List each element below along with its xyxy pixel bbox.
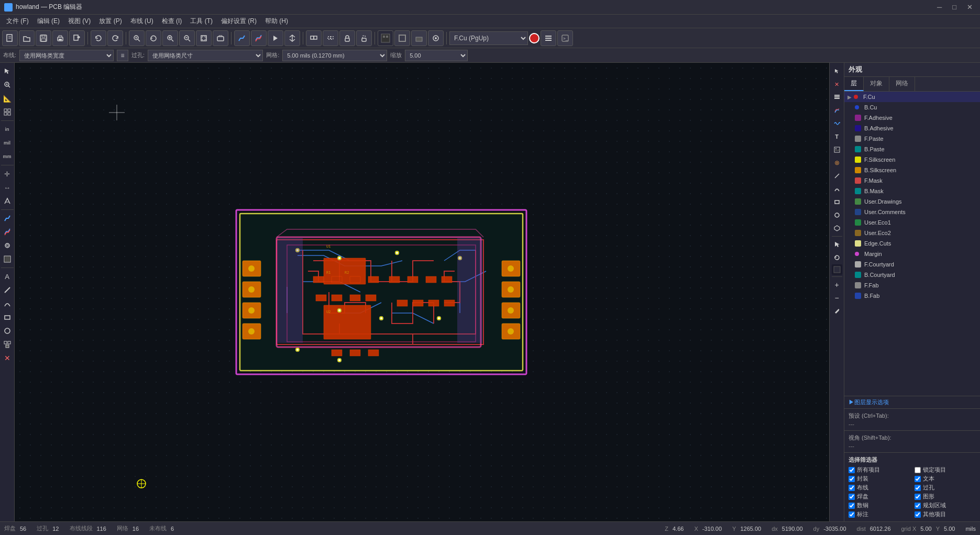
- rt-wave-btn[interactable]: [831, 117, 843, 130]
- open-button[interactable]: [19, 30, 35, 46]
- drc4-button[interactable]: [428, 30, 444, 46]
- tab-objects[interactable]: 对象: [864, 77, 889, 91]
- unlock-button[interactable]: [356, 30, 372, 46]
- lt-in-btn[interactable]: in: [1, 123, 14, 136]
- drc1-button[interactable]: [378, 30, 393, 46]
- layer-item-f-mask[interactable]: F.Mask: [844, 175, 980, 186]
- canvas-area[interactable]: U1 R1 R2 U2: [15, 63, 829, 521]
- layer-settings-link[interactable]: ▶图层显示选项: [849, 399, 889, 405]
- layer-settings-btn[interactable]: [541, 30, 556, 46]
- minimize-button[interactable]: ─: [934, 2, 945, 12]
- layer-item-b-silkscreen[interactable]: B.Silkscreen: [844, 165, 980, 175]
- drc2-button[interactable]: [394, 30, 410, 46]
- redo-button[interactable]: [107, 30, 123, 46]
- lt-select-btn[interactable]: [1, 65, 14, 77]
- grid-select[interactable]: 5.00 mils (0.1270 mm): [282, 50, 387, 61]
- menu-edit[interactable]: 编辑 (E): [33, 16, 64, 27]
- layer-item-b-courtyard[interactable]: B.Courtyard: [844, 270, 980, 280]
- menu-route[interactable]: 布线 (U): [126, 16, 158, 27]
- rt-line-btn[interactable]: [831, 170, 843, 182]
- rt-close-btn[interactable]: ✕: [831, 78, 843, 91]
- lt-draw-line-btn[interactable]: [1, 284, 14, 296]
- menu-inspect[interactable]: 检查 (I): [158, 16, 186, 27]
- via-size-select[interactable]: 使用网络类尺寸: [148, 50, 263, 61]
- trace-width-select[interactable]: 使用网络类宽度: [19, 50, 114, 61]
- layer-item-f-fab[interactable]: F.Fab: [844, 280, 980, 291]
- tab-nets[interactable]: 网络: [889, 77, 915, 91]
- zoom-out-button[interactable]: [179, 30, 195, 46]
- menu-file[interactable]: 文件 (F): [2, 16, 33, 27]
- lt-mil-btn[interactable]: mil: [1, 137, 14, 149]
- layer-item-f-silkscreen[interactable]: F.Silkscreen: [844, 154, 980, 165]
- layer-item-f-courtyard[interactable]: F.Courtyard: [844, 259, 980, 270]
- rt-rect-btn[interactable]: [831, 196, 843, 208]
- lt-footprint-btn[interactable]: [1, 338, 14, 351]
- zoom-half-button[interactable]: [213, 30, 228, 46]
- layer-item-b-adhesive[interactable]: B.Adhesive: [844, 123, 980, 133]
- lt-draw-rect-btn[interactable]: [1, 311, 14, 324]
- close-button[interactable]: ✕: [964, 2, 976, 12]
- rt-cursor-btn[interactable]: [831, 238, 843, 251]
- drc3-button[interactable]: [411, 30, 427, 46]
- lt-origin-btn[interactable]: ✛: [1, 168, 14, 180]
- layer-item-margin[interactable]: Margin: [844, 249, 980, 259]
- selector-checkbox-ref[interactable]: [849, 511, 855, 518]
- layer-item-user-comments[interactable]: User.Comments: [844, 207, 980, 217]
- rt-select-btn[interactable]: [831, 65, 843, 77]
- new-button[interactable]: [2, 30, 18, 46]
- lt-route-track-btn[interactable]: [1, 212, 14, 225]
- rt-net-btn[interactable]: [831, 104, 843, 117]
- lock-button[interactable]: [339, 30, 355, 46]
- lt-inspect-btn[interactable]: [1, 79, 14, 91]
- maximize-button[interactable]: □: [949, 2, 960, 12]
- lt-draw-arc-btn[interactable]: [1, 297, 14, 310]
- menu-help[interactable]: 帮助 (H): [261, 16, 292, 27]
- layer-item-b-mask[interactable]: B.Mask: [844, 186, 980, 196]
- ungroup-button[interactable]: [323, 30, 338, 46]
- selector-checkbox-locked[interactable]: [915, 467, 921, 473]
- layer-item-user-eco1[interactable]: User.Eco1: [844, 217, 980, 228]
- scripting-button[interactable]: >_: [557, 30, 573, 46]
- undo-button[interactable]: [91, 30, 106, 46]
- menu-prefs[interactable]: 偏好设置 (R): [217, 16, 261, 27]
- pcb-board[interactable]: U1 R1 R2 U2: [235, 208, 528, 376]
- rt-layers-btn[interactable]: [831, 91, 843, 104]
- rt-minus-btn[interactable]: −: [831, 292, 843, 304]
- lt-delete-btn[interactable]: ✕: [1, 352, 14, 364]
- refresh-button[interactable]: [146, 30, 161, 46]
- layer-item-user-drawings[interactable]: User.Drawings: [844, 196, 980, 207]
- rt-refresh-btn[interactable]: [831, 251, 843, 264]
- rt-pencil-btn[interactable]: [831, 305, 843, 317]
- rt-3d-btn[interactable]: [832, 264, 842, 275]
- selector-checkbox-other[interactable]: [915, 511, 921, 518]
- lt-measure-btn[interactable]: ↔: [1, 181, 14, 194]
- route-diff-button[interactable]: [251, 30, 267, 46]
- lt-fill-zones-btn[interactable]: [1, 253, 14, 265]
- selector-checkbox-all[interactable]: [849, 467, 855, 473]
- selector-checkbox-pad[interactable]: [849, 494, 855, 500]
- selector-checkbox-footprint[interactable]: [849, 476, 855, 482]
- rt-plus-btn[interactable]: +: [831, 278, 843, 291]
- zoom-select[interactable]: 5.00: [405, 50, 468, 61]
- selector-checkbox-shape[interactable]: [915, 494, 921, 500]
- layer-item-edge-cuts[interactable]: Edge.Cuts: [844, 238, 980, 249]
- rt-arc-btn[interactable]: [831, 183, 843, 195]
- lt-route-diff-btn[interactable]: [1, 226, 14, 238]
- layer-item-user-eco2[interactable]: User.Eco2: [844, 228, 980, 238]
- selector-checkbox-trace[interactable]: [849, 485, 855, 491]
- trace-settings-icon[interactable]: ≡: [117, 50, 128, 61]
- menu-place[interactable]: 放置 (P): [95, 16, 126, 27]
- layer-item-f-adhesive[interactable]: F.Adhesive: [844, 113, 980, 123]
- lt-add-text-btn[interactable]: A: [1, 270, 14, 283]
- selector-checkbox-via[interactable]: [915, 485, 921, 491]
- selector-checkbox-rulearea[interactable]: [915, 503, 921, 509]
- menu-view[interactable]: 视图 (V): [64, 16, 95, 27]
- rt-circle-btn[interactable]: [831, 209, 843, 221]
- layer-item-f-cu[interactable]: ▶F.Cu: [844, 92, 980, 102]
- lt-mm-btn[interactable]: mm: [1, 150, 14, 163]
- route-single-button[interactable]: [234, 30, 250, 46]
- layer-item-b-cu[interactable]: B.Cu: [844, 102, 980, 113]
- selector-checkbox-text[interactable]: [915, 476, 921, 482]
- rt-image-btn[interactable]: [831, 143, 843, 156]
- rt-poly-btn[interactable]: [831, 222, 843, 235]
